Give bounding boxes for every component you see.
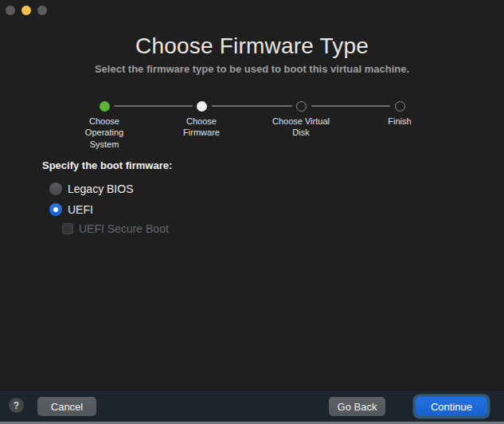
step-dot-completed-icon: [100, 101, 110, 112]
step-finish: Finish: [371, 101, 428, 127]
continue-button[interactable]: Continue: [416, 397, 487, 416]
step-dot-upcoming-icon: [395, 101, 405, 112]
radio-uefi[interactable]: UEFI: [49, 203, 93, 216]
footer-bar: ? Cancel Go Back Continue: [0, 390, 504, 422]
radio-unselected-icon[interactable]: [49, 183, 62, 195]
radio-label: Legacy BIOS: [68, 183, 134, 195]
radio-selected-icon[interactable]: [49, 203, 62, 216]
step-label: Choose Operating System: [76, 116, 133, 150]
checkbox-label: UEFI Secure Boot: [79, 222, 169, 235]
cancel-button[interactable]: Cancel: [37, 397, 96, 416]
wizard-stepper: Choose Operating System Choose Firmware …: [0, 0, 504, 151]
step-dot-current-icon: [197, 101, 207, 112]
checkbox-uefi-secure-boot: UEFI Secure Boot: [62, 222, 169, 235]
boot-firmware-prompt: Specify the boot firmware:: [42, 159, 172, 171]
radio-legacy-bios[interactable]: Legacy BIOS: [49, 183, 134, 195]
go-back-button[interactable]: Go Back: [329, 397, 385, 416]
step-label: Choose Firmware: [173, 116, 230, 139]
checkbox-unchecked-icon: [62, 223, 73, 234]
radio-label: UEFI: [68, 203, 93, 216]
step-choose-operating-system: Choose Operating System: [76, 101, 133, 150]
step-label: Finish: [388, 116, 411, 127]
step-dot-upcoming-icon: [296, 101, 307, 112]
step-label: Choose Virtual Disk: [272, 116, 330, 139]
step-choose-virtual-disk: Choose Virtual Disk: [272, 101, 330, 139]
step-choose-firmware: Choose Firmware: [173, 101, 230, 139]
help-button[interactable]: ?: [9, 398, 24, 413]
